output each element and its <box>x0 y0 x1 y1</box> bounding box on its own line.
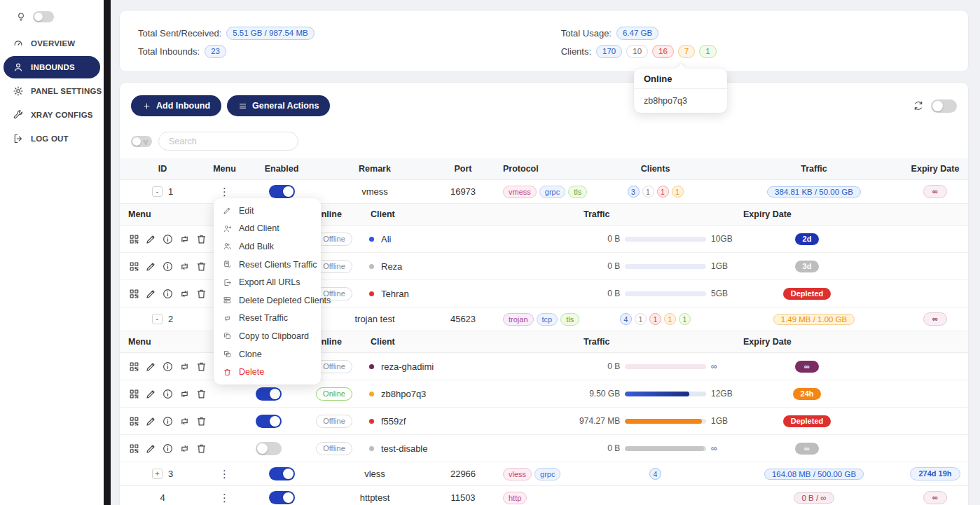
theme-toggle[interactable] <box>33 11 54 22</box>
delete-client-icon[interactable] <box>195 388 207 400</box>
client-status-dot <box>369 419 374 424</box>
protocol-tag-http: http <box>503 492 527 504</box>
client-enabled-toggle[interactable] <box>256 415 282 428</box>
context-menu-item-add-bulk[interactable]: Add Bulk <box>214 237 321 256</box>
clients-count-badge-orange[interactable]: 7 <box>678 45 695 58</box>
app-root: OVERVIEWINBOUNDSPANEL SETTINGSXRAY CONFI… <box>0 0 980 505</box>
client-count-badge-blue[interactable]: 3 <box>628 186 640 198</box>
client-count-badge-blue[interactable]: 4 <box>649 468 661 480</box>
client-name: Ali <box>381 234 391 244</box>
client-count-badge-green[interactable]: 1 <box>679 313 691 325</box>
client-info-icon[interactable] <box>162 233 174 245</box>
edit-client-icon[interactable] <box>145 388 157 400</box>
sidebar-item-inbounds[interactable]: INBOUNDS <box>4 56 100 78</box>
reset-client-traffic-icon[interactable] <box>179 443 191 455</box>
edit-client-icon[interactable] <box>145 288 157 300</box>
qrcode-icon[interactable] <box>128 233 140 245</box>
context-menu-item-export-all-urls[interactable]: Export All URLs <box>214 273 321 291</box>
sidebar-item-xray-configs[interactable]: XRAY CONFIGS <box>4 104 100 126</box>
client-count-badge-gray[interactable]: 1 <box>635 313 647 325</box>
client-count-badge-red[interactable]: 1 <box>657 186 669 198</box>
inbound-id: 1 <box>168 186 173 197</box>
qrcode-icon[interactable] <box>128 388 140 400</box>
client-enabled-toggle[interactable] <box>256 387 282 401</box>
context-menu-item-copy-to-clipboard[interactable]: Copy to Clipboard <box>214 327 321 345</box>
reset-client-traffic-icon[interactable] <box>179 361 191 373</box>
client-info-icon[interactable] <box>162 388 174 400</box>
client-count-badge-orange[interactable]: 1 <box>672 186 684 198</box>
edit-client-icon[interactable] <box>145 415 157 427</box>
edit-client-icon[interactable] <box>145 261 157 272</box>
qrcode-icon[interactable] <box>128 261 140 272</box>
delete-client-icon[interactable] <box>195 415 207 427</box>
inbound-enabled-toggle[interactable] <box>269 185 295 198</box>
client-enabled-toggle[interactable] <box>256 442 282 455</box>
context-menu-item-clone[interactable]: Clone <box>214 345 321 364</box>
client-count-badge-orange[interactable]: 1 <box>664 313 676 325</box>
add-inbound-button[interactable]: Add Inbound <box>131 95 221 116</box>
collapse-row-button[interactable]: - <box>152 314 163 324</box>
qrcode-icon[interactable] <box>128 288 140 300</box>
sidebar-item-panel-settings[interactable]: PANEL SETTINGS <box>4 80 100 102</box>
client-info-icon[interactable] <box>162 361 174 373</box>
client-count-badge-gray[interactable]: 1 <box>642 186 654 198</box>
reset-client-traffic-icon[interactable] <box>179 288 191 300</box>
delete-client-icon[interactable] <box>195 443 207 455</box>
sidebar-item-log-out[interactable]: LOG OUT <box>4 127 100 150</box>
reset-client-traffic-icon[interactable] <box>179 415 191 427</box>
context-menu-item-delete-depleted-clients[interactable]: Delete Depleted Clients <box>214 291 321 310</box>
inbound-traffic-badge: 0 B / ∞ <box>794 492 834 504</box>
delete-client-icon[interactable] <box>195 261 207 272</box>
context-menu-item-delete[interactable]: Delete <box>214 363 321 381</box>
qrcode-icon[interactable] <box>128 361 140 373</box>
client-count-badge-red[interactable]: 1 <box>649 313 661 325</box>
delete-client-icon[interactable] <box>195 233 207 245</box>
reset-client-traffic-icon[interactable] <box>179 388 191 400</box>
inbound-menu-button[interactable]: ⋮ <box>219 186 230 198</box>
collapse-row-button[interactable]: - <box>152 186 163 197</box>
refresh-icon[interactable] <box>913 100 924 111</box>
client-info-icon[interactable] <box>162 443 174 455</box>
reset-client-traffic-icon[interactable] <box>179 261 191 272</box>
client-info-icon[interactable] <box>162 288 174 300</box>
edit-client-icon[interactable] <box>145 361 157 373</box>
client-traffic-cap: 1GB <box>711 416 735 426</box>
sidebar-item-overview[interactable]: OVERVIEW <box>4 32 100 55</box>
filter-toggle[interactable] <box>131 136 152 147</box>
expand-row-button[interactable]: + <box>152 469 163 479</box>
protocol-tag-grpc: grpc <box>539 186 565 198</box>
inbound-menu-button[interactable]: ⋮ <box>219 492 230 504</box>
inbound-enabled-toggle[interactable] <box>269 491 295 504</box>
client-info-icon[interactable] <box>162 261 174 272</box>
client-info-icon[interactable] <box>162 415 174 427</box>
edit-client-icon[interactable] <box>145 443 157 455</box>
search-input[interactable] <box>158 132 298 151</box>
inbound-client-counts: 41111 <box>584 313 727 325</box>
context-menu-item-reset-traffic[interactable]: Reset Traffic <box>214 310 321 328</box>
inbound-remark: vless <box>319 469 430 479</box>
auto-refresh-toggle[interactable] <box>931 99 957 113</box>
inbound-menu-button[interactable]: ⋮ <box>219 468 230 480</box>
clients-count-badge-gray[interactable]: 10 <box>626 45 648 58</box>
general-actions-button[interactable]: General Actions <box>227 95 330 116</box>
reset-client-traffic-icon[interactable] <box>179 233 191 245</box>
client-expiry-badge: 24h <box>793 388 822 400</box>
qrcode-icon[interactable] <box>128 443 140 455</box>
clients-count-badge-blue[interactable]: 170 <box>596 45 622 58</box>
client-traffic: 0 B∞ <box>575 443 735 453</box>
edit-icon <box>223 206 232 215</box>
clients-count-badge-green[interactable]: 1 <box>699 45 716 58</box>
qrcode-icon[interactable] <box>128 415 140 427</box>
context-menu-item-reset-clients-traffic[interactable]: Reset Clients Traffic <box>214 256 321 274</box>
context-menu-item-edit[interactable]: Edit <box>214 202 321 220</box>
clients-count-badge-red[interactable]: 16 <box>652 45 674 58</box>
filter-funnel-icon <box>142 138 149 145</box>
client-column-header-traffic: Traffic <box>575 337 735 347</box>
inbound-enabled-toggle[interactable] <box>269 467 295 480</box>
edit-client-icon[interactable] <box>145 233 157 245</box>
inbound-protocols: trojantcptls <box>496 313 584 326</box>
delete-client-icon[interactable] <box>195 288 207 300</box>
context-menu-item-add-client[interactable]: Add Client <box>214 220 321 238</box>
delete-client-icon[interactable] <box>195 361 207 373</box>
client-count-badge-blue[interactable]: 4 <box>620 313 632 325</box>
